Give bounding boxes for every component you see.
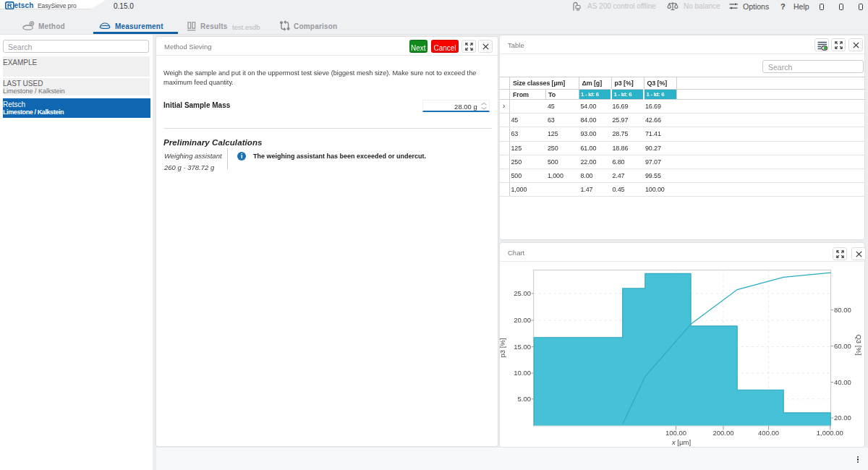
svg-text:80.00: 80.00 [834,306,851,314]
svg-text:5.00: 5.00 [518,395,532,403]
svg-text:20.00: 20.00 [834,414,851,422]
svg-text:x [µm]: x [µm] [671,438,691,446]
svg-text:400.00: 400.00 [758,429,779,437]
svg-text:10.00: 10.00 [514,369,531,377]
svg-text:15.00: 15.00 [514,343,531,351]
svg-text:60.00: 60.00 [834,342,851,350]
svg-text:100.00: 100.00 [665,429,686,437]
svg-text:200.00: 200.00 [712,429,733,437]
svg-text:Q3 [%]: Q3 [%] [855,334,863,355]
svg-text:20.00: 20.00 [514,316,531,324]
svg-text:p3 [%]: p3 [%] [500,338,506,358]
svg-text:25.00: 25.00 [514,289,531,297]
svg-text:40.00: 40.00 [834,378,851,386]
svg-text:R: R [7,1,12,9]
svg-text:1,000.00: 1,000.00 [817,429,843,437]
svg-text:etsch: etsch [14,1,33,9]
